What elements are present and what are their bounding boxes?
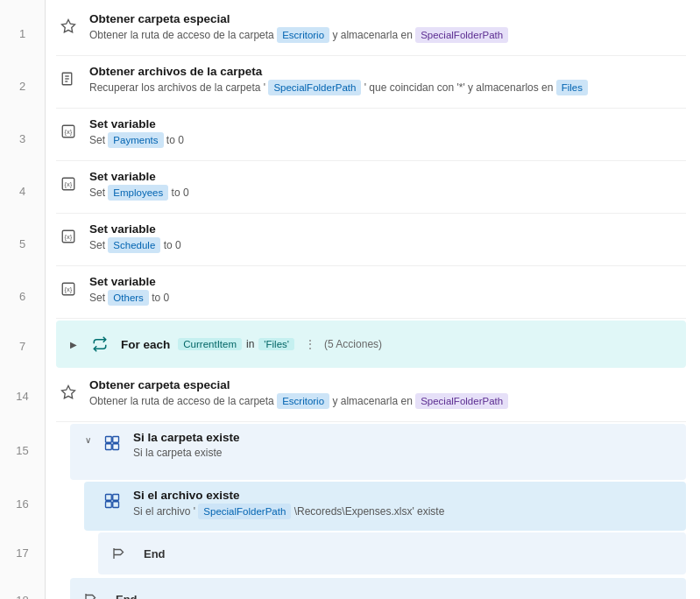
foreach-actions-count: (5 Acciones)	[324, 338, 382, 350]
step-16-desc-text1: Si el archivo '	[133, 505, 195, 518]
variable-icon-3: {x}	[56, 119, 81, 144]
step-4-desc-text1: Set	[89, 187, 108, 199]
step-16-desc: Si el archivo ' SpecialFolderPath \Recor…	[133, 504, 677, 519]
step-1-title: Obtener carpeta especial	[89, 12, 686, 25]
line-num-7: 7	[0, 322, 45, 370]
foreach-title: For each	[121, 338, 170, 351]
star-icon-1	[56, 14, 81, 39]
step-16-tag-path: SpecialFolderPath	[198, 504, 291, 519]
line-num-1: 1	[0, 7, 45, 60]
expand-icon[interactable]: ▶	[65, 335, 82, 353]
step-16-title: Si el archivo existe	[133, 489, 677, 502]
svg-text:{x}: {x}	[65, 285, 73, 293]
step-14: Obtener carpeta especial Obtener la ruta…	[56, 370, 686, 422]
variable-icon-6: {x}	[56, 277, 81, 301]
step-2-title: Obtener archivos de la carpeta	[89, 65, 686, 78]
svg-text:{x}: {x}	[65, 128, 73, 136]
svg-rect-14	[106, 437, 112, 443]
svg-rect-19	[113, 495, 119, 501]
step-3-desc-text1: Set	[89, 134, 108, 146]
step-14-tag-escritorio: Escritorio	[277, 393, 329, 409]
collapse-icon-15[interactable]: ∨	[79, 431, 96, 448]
end-icon-18	[79, 587, 103, 599]
step-5: {x} Set variable Set Schedule to 0	[56, 214, 686, 266]
condition-icon-15	[100, 431, 124, 455]
svg-text:{x}: {x}	[65, 180, 73, 188]
line-num-18: 18	[0, 576, 45, 599]
foreach-tag-currentitem: CurrentItem	[178, 338, 242, 350]
step-4-content: Set variable Set Employees to 0	[89, 170, 686, 201]
foreach-content: For each CurrentItem in 'Files' ⋮ (5 Acc…	[121, 337, 382, 351]
line-num-14: 14	[0, 370, 45, 422]
line-num-5: 5	[0, 217, 45, 270]
file-icon-2	[56, 67, 81, 91]
step-15-title: Si la carpeta existe	[133, 431, 677, 444]
step-4-title: Set variable	[89, 170, 686, 183]
step-6-content: Set variable Set Others to 0	[89, 275, 686, 306]
step-16: Si el archivo existe Si el archivo ' Spe…	[84, 482, 686, 531]
step-6: {x} Set variable Set Others to 0	[56, 266, 686, 319]
svg-text:{x}: {x}	[65, 233, 73, 241]
step-17-label: End	[144, 547, 166, 560]
step-3-desc-text2: to 0	[166, 134, 184, 146]
step-5-desc: Set Schedule to 0	[89, 237, 686, 253]
step-5-content: Set variable Set Schedule to 0	[89, 222, 686, 253]
svg-marker-13	[62, 386, 75, 398]
step-16-content: Si el archivo existe Si el archivo ' Spe…	[133, 489, 677, 519]
line-num-6: 6	[0, 270, 45, 322]
step-14-desc-text2: y almacenarla en	[332, 395, 415, 407]
svg-rect-18	[106, 495, 112, 501]
line-num-4: 4	[0, 165, 45, 217]
svg-rect-16	[106, 444, 112, 450]
line-num-15: 15	[0, 422, 45, 478]
line-num-3: 3	[0, 112, 45, 165]
step-4-tag-employees: Employees	[108, 185, 168, 201]
step-7-foreach[interactable]: ▶ For each CurrentItem in 'Files' ⋮ (5 A…	[56, 321, 686, 368]
step-14-content: Obtener carpeta especial Obtener la ruta…	[89, 378, 686, 409]
step-5-desc-text1: Set	[89, 239, 108, 251]
step-15-content: Si la carpeta existe Si la carpeta exist…	[133, 431, 677, 461]
step-18-label: End	[116, 593, 138, 600]
line-numbers-column: 1 2 3 4 5 6 7 14 15 16 17 18	[0, 0, 46, 599]
main-container: 1 2 3 4 5 6 7 14 15 16 17 18 Obtener car…	[0, 0, 700, 599]
step-2-tag-files: Files	[556, 80, 588, 95]
step-3-tag-payments: Payments	[108, 132, 163, 148]
step-6-title: Set variable	[89, 275, 686, 288]
end-icon-17	[107, 541, 131, 566]
step-2-desc-text1: Recuperar los archivos de la carpeta '	[89, 81, 265, 94]
step-4: {x} Set variable Set Employees to 0	[56, 161, 686, 214]
step-6-desc-text2: to 0	[152, 292, 169, 304]
svg-rect-20	[106, 502, 112, 508]
step-4-desc-text2: to 0	[172, 187, 189, 199]
step-17: End	[98, 532, 686, 574]
foreach-options-icon[interactable]: ⋮	[304, 337, 316, 351]
step-1-tag-path: SpecialFolderPath	[415, 27, 508, 43]
svg-marker-0	[62, 20, 75, 32]
step-15-desc: Si la carpeta existe	[133, 446, 677, 461]
step-15: ∨ Si la carpeta existe Si la carpeta exi…	[70, 424, 686, 480]
step-3-title: Set variable	[89, 117, 686, 130]
svg-rect-21	[113, 502, 119, 508]
step-4-desc: Set Employees to 0	[89, 185, 686, 201]
step-2-desc: Recuperar los archivos de la carpeta ' S…	[89, 80, 686, 95]
step-1-desc-text2: y almacenarla en	[332, 29, 415, 41]
condition-icon-16	[100, 489, 124, 513]
step-6-desc-text1: Set	[89, 292, 108, 304]
step-2-content: Obtener archivos de la carpeta Recuperar…	[89, 65, 686, 95]
content-area: Obtener carpeta especial Obtener la ruta…	[46, 0, 700, 599]
step-1-content: Obtener carpeta especial Obtener la ruta…	[89, 12, 686, 43]
step-14-tag-path: SpecialFolderPath	[415, 393, 508, 409]
line-num-17: 17	[0, 529, 45, 576]
step-1-desc-text1: Obtener la ruta de acceso de la carpeta	[89, 29, 277, 41]
variable-icon-5: {x}	[56, 224, 81, 249]
step-5-title: Set variable	[89, 222, 686, 236]
svg-rect-17	[113, 444, 119, 450]
step-16-desc-text2: \Recoreds\Expenses.xlsx' existe	[294, 505, 445, 518]
step-1: Obtener carpeta especial Obtener la ruta…	[56, 4, 686, 56]
step-5-desc-text2: to 0	[164, 239, 181, 251]
step-6-desc: Set Others to 0	[89, 290, 686, 306]
line-num-2: 2	[0, 60, 45, 112]
line-num-16: 16	[0, 478, 45, 529]
svg-rect-15	[113, 437, 119, 443]
step-5-tag-schedule: Schedule	[108, 237, 160, 253]
